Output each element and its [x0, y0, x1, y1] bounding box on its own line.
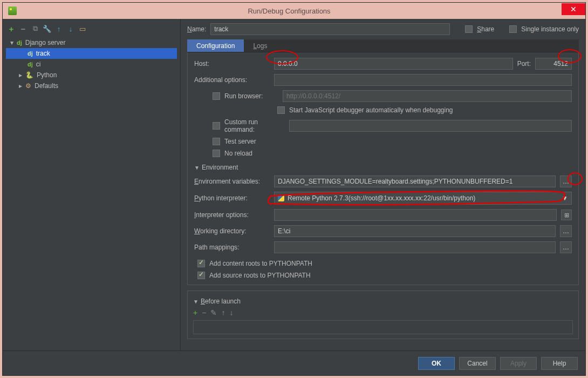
cancel-button[interactable]: Cancel — [459, 357, 496, 370]
config-tree: ▾ dj Django server dj track dj ci ▸ 🐍 Py… — [6, 37, 177, 91]
window-title: Run/Debug Configurations — [17, 7, 562, 15]
interpreter-options-label: Interpreter options: — [194, 211, 270, 219]
tab-logs[interactable]: Logs — [244, 39, 276, 52]
custom-run-label: Custom run command: — [224, 118, 285, 133]
interpreter-select[interactable]: Remote Python 2.7.3(ssh://root@1xx.xx.xx… — [274, 192, 572, 205]
single-instance-checkbox[interactable] — [509, 25, 517, 33]
expand-options-button[interactable]: ⊞ — [561, 210, 572, 220]
django-icon: dj — [28, 50, 33, 57]
dialog-footer: OK Cancel Apply Help — [3, 350, 585, 375]
move-down-icon[interactable]: ↓ — [229, 308, 233, 317]
path-mappings-input[interactable] — [274, 241, 556, 253]
tab-bar: Configuration Logs — [187, 39, 579, 52]
tree-label: Python — [37, 71, 57, 79]
before-launch-header[interactable]: ▼ Before launch — [193, 298, 573, 305]
name-label: Name: — [187, 25, 206, 33]
down-icon[interactable]: ↓ — [66, 24, 75, 33]
before-launch-toolbar: + − ✎ ↑ ↓ — [193, 308, 573, 317]
collapse-icon: ▼ — [194, 165, 200, 171]
add-source-roots-label: Add source roots to PYTHONPATH — [209, 272, 311, 279]
additional-options-label: Additional options: — [194, 76, 270, 84]
working-directory-label: Working directory: — [194, 227, 270, 235]
env-vars-browse-button[interactable]: … — [560, 176, 572, 187]
interpreter-options-input[interactable] — [274, 209, 557, 221]
expand-icon[interactable]: ▾ — [10, 39, 17, 46]
before-launch-section: ▼ Before launch + − ✎ ↑ ↓ — [187, 291, 579, 339]
working-directory-input[interactable] — [274, 225, 556, 237]
remove-task-icon[interactable]: − — [202, 308, 206, 317]
add-content-roots-label: Add content roots to PYTHONPATH — [209, 260, 312, 267]
wrench-icon[interactable]: 🔧 — [43, 24, 51, 33]
sidebar: + − ⧉ 🔧 ↑ ↓ ▭ ▾ dj Django server dj trac… — [3, 19, 181, 350]
before-launch-list[interactable] — [193, 320, 573, 334]
name-row: Name: Share Single instance only — [187, 23, 579, 35]
working-directory-browse-button[interactable]: … — [560, 225, 572, 237]
add-source-roots-checkbox[interactable] — [197, 272, 205, 279]
sidebar-toolbar: + − ⧉ 🔧 ↑ ↓ ▭ — [6, 22, 177, 36]
expand-icon[interactable]: ▸ — [19, 71, 25, 79]
dropdown-icon: ▼ — [562, 194, 568, 202]
close-button[interactable]: ✕ — [562, 3, 585, 15]
add-icon[interactable]: + — [7, 24, 16, 33]
test-server-checkbox[interactable] — [213, 138, 220, 145]
ok-button[interactable]: OK — [418, 357, 455, 370]
edit-task-icon[interactable]: ✎ — [210, 308, 217, 317]
environment-section-header[interactable]: ▼ Environment — [194, 164, 572, 171]
tree-node-track[interactable]: dj track — [6, 48, 177, 59]
remove-icon[interactable]: − — [19, 24, 28, 33]
copy-icon[interactable]: ⧉ — [31, 24, 39, 33]
tree-node-python[interactable]: ▸ 🐍 Python — [6, 70, 177, 80]
python-icon — [278, 195, 284, 201]
collapse-icon: ▼ — [193, 299, 199, 305]
env-vars-input[interactable] — [274, 176, 556, 187]
add-task-icon[interactable]: + — [193, 308, 197, 317]
move-up-icon[interactable]: ↑ — [221, 308, 225, 317]
share-checkbox[interactable] — [465, 25, 473, 33]
port-input[interactable] — [535, 58, 572, 70]
apply-button[interactable]: Apply — [500, 357, 537, 370]
expand-icon[interactable]: ▸ — [19, 82, 25, 90]
additional-options-input[interactable] — [274, 74, 572, 86]
app-icon — [8, 6, 17, 15]
name-input[interactable] — [210, 23, 450, 35]
tree-node-django[interactable]: ▾ dj Django server — [6, 37, 177, 48]
settings-icon: ⚙ — [25, 82, 31, 90]
tree-label: Defaults — [35, 82, 58, 90]
title-bar: Run/Debug Configurations ✕ — [3, 3, 585, 19]
share-label: Share — [477, 25, 494, 33]
path-mappings-browse-button[interactable]: … — [560, 241, 572, 253]
run-browser-label: Run browser: — [224, 92, 278, 100]
js-debugger-checkbox[interactable] — [277, 106, 285, 114]
host-label: Host: — [194, 60, 270, 68]
tree-label: track — [36, 50, 50, 57]
no-reload-checkbox[interactable] — [213, 150, 220, 157]
port-label: Port: — [517, 60, 531, 68]
interpreter-value: Remote Python 2.7.3(ssh://root@1xx.xx.xx… — [288, 194, 475, 202]
tree-node-defaults[interactable]: ▸ ⚙ Defaults — [6, 80, 177, 91]
add-content-roots-checkbox[interactable] — [197, 260, 205, 267]
tab-configuration[interactable]: Configuration — [187, 39, 244, 52]
dialog-window: Run/Debug Configurations ✕ + − ⧉ 🔧 ↑ ↓ ▭… — [2, 2, 586, 376]
python-icon: 🐍 — [25, 71, 33, 79]
config-form: Host: Port: Additional options: Run brow… — [187, 52, 579, 285]
up-icon[interactable]: ↑ — [54, 24, 63, 33]
tree-label: ci — [36, 60, 41, 68]
custom-run-checkbox[interactable] — [213, 122, 220, 130]
main-panel: Name: Share Single instance only Configu… — [181, 19, 585, 350]
dialog-body: + − ⧉ 🔧 ↑ ↓ ▭ ▾ dj Django server dj trac… — [3, 19, 585, 350]
no-reload-label: No reload — [224, 150, 252, 157]
js-debugger-label: Start JavaScript debugger automatically … — [289, 106, 453, 114]
run-browser-input[interactable] — [283, 90, 572, 102]
tree-node-ci[interactable]: dj ci — [6, 59, 177, 70]
env-vars-label: Environment variables: — [194, 178, 270, 185]
single-instance-label: Single instance only — [521, 25, 579, 33]
test-server-label: Test server — [224, 138, 256, 145]
path-mappings-label: Path mappings: — [194, 244, 270, 251]
help-button[interactable]: Help — [541, 357, 578, 370]
custom-run-input[interactable] — [289, 120, 572, 132]
interpreter-label: Python interpreter: — [194, 194, 270, 202]
tree-label: Django server — [25, 39, 66, 46]
host-input[interactable] — [274, 58, 513, 70]
run-browser-checkbox[interactable] — [213, 92, 220, 100]
folder-icon[interactable]: ▭ — [78, 24, 87, 33]
